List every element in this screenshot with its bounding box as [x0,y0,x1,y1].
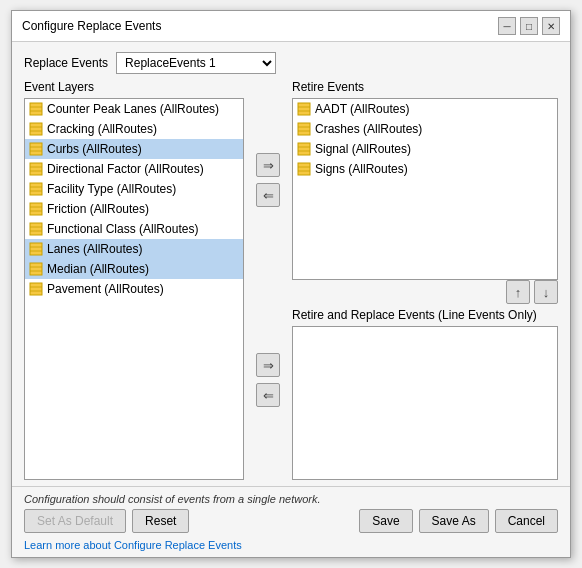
svg-rect-27 [30,283,42,295]
set-as-default-button[interactable]: Set As Default [24,509,126,533]
lower-middle-controls: ⇒ ⇐ [252,280,284,480]
svg-rect-3 [30,123,42,135]
retire-item-label: Signal (AllRoutes) [315,142,411,156]
layer-item-label: Counter Peak Lanes (AllRoutes) [47,102,219,116]
move-right-bottom-button[interactable]: ⇒ [256,353,280,377]
retire-event-item[interactable]: Signal (AllRoutes) [293,139,557,159]
retire-replace-header: ↑ ↓ [292,280,558,304]
layer-icon [29,102,43,116]
layer-icon [29,182,43,196]
move-right-top-button[interactable]: ⇒ [256,153,280,177]
svg-rect-9 [30,163,42,175]
retire-item-label: Signs (AllRoutes) [315,162,408,176]
event-layer-item[interactable]: Median (AllRoutes) [25,259,243,279]
layer-icon [297,142,311,156]
layer-icon [297,102,311,116]
layer-icon [297,122,311,136]
dialog-title: Configure Replace Events [22,19,161,33]
retire-event-item[interactable]: AADT (AllRoutes) [293,99,557,119]
move-down-button[interactable]: ↓ [534,280,558,304]
layer-item-label: Friction (AllRoutes) [47,202,149,216]
move-left-bottom-button[interactable]: ⇐ [256,383,280,407]
layer-icon [29,242,43,256]
dialog-content: Replace Events ReplaceEvents 1 Event Lay… [12,42,570,486]
layer-item-label: Pavement (AllRoutes) [47,282,164,296]
event-layers-panel: Event Layers Counter Peak Lanes (AllRout… [24,80,244,480]
layer-icon [29,162,43,176]
svg-rect-33 [298,123,310,135]
svg-rect-21 [30,243,42,255]
event-layer-item[interactable]: Functional Class (AllRoutes) [25,219,243,239]
title-bar: Configure Replace Events ─ □ ✕ [12,11,570,42]
learn-more-link-container: Learn more about Configure Replace Event… [24,539,558,551]
layer-icon [29,142,43,156]
minimize-button[interactable]: ─ [498,17,516,35]
event-layer-item[interactable]: Counter Peak Lanes (AllRoutes) [25,99,243,119]
retire-replace-panel: ↑ ↓ Retire and Replace Events (Line Even… [292,280,558,480]
up-down-buttons: ↑ ↓ [506,280,558,304]
event-layer-item[interactable]: Lanes (AllRoutes) [25,239,243,259]
retire-events-listbox[interactable]: AADT (AllRoutes) Crashes (AllRoutes) Sig… [292,98,558,280]
right-buttons: Save Save As Cancel [359,509,558,533]
layer-icon [29,262,43,276]
bottom-bar: Configuration should consist of events f… [12,486,570,557]
layer-item-label: Median (AllRoutes) [47,262,149,276]
svg-rect-6 [30,143,42,155]
replace-events-label: Replace Events [24,56,108,70]
left-buttons: Set As Default Reset [24,509,189,533]
retire-event-item[interactable]: Signs (AllRoutes) [293,159,557,179]
event-layer-item[interactable]: Directional Factor (AllRoutes) [25,159,243,179]
right-panels-wrapper: Retire Events AADT (AllRoutes) Crashes (… [292,80,558,480]
maximize-button[interactable]: □ [520,17,538,35]
layer-icon [29,282,43,296]
event-layer-item[interactable]: Cracking (AllRoutes) [25,119,243,139]
retire-replace-listbox[interactable] [292,326,558,480]
svg-rect-30 [298,103,310,115]
layer-icon [297,162,311,176]
layer-icon [29,202,43,216]
svg-rect-0 [30,103,42,115]
event-layers-label: Event Layers [24,80,244,94]
move-left-top-button[interactable]: ⇐ [256,183,280,207]
reset-button[interactable]: Reset [132,509,189,533]
event-layer-item[interactable]: Curbs (AllRoutes) [25,139,243,159]
svg-rect-15 [30,203,42,215]
window-controls: ─ □ ✕ [498,17,560,35]
retire-event-item[interactable]: Crashes (AllRoutes) [293,119,557,139]
svg-rect-24 [30,263,42,275]
save-as-button[interactable]: Save As [419,509,489,533]
layer-item-label: Facility Type (AllRoutes) [47,182,176,196]
status-message: Configuration should consist of events f… [24,493,558,505]
replace-events-row: Replace Events ReplaceEvents 1 [24,52,558,74]
event-layers-listbox[interactable]: Counter Peak Lanes (AllRoutes) Cracking … [24,98,244,480]
svg-rect-39 [298,163,310,175]
layer-item-label: Lanes (AllRoutes) [47,242,142,256]
event-layer-item[interactable]: Pavement (AllRoutes) [25,279,243,299]
layer-icon [29,222,43,236]
retire-item-label: AADT (AllRoutes) [315,102,409,116]
learn-more-link[interactable]: Learn more about Configure Replace Event… [24,539,242,551]
retire-events-panel: Retire Events AADT (AllRoutes) Crashes (… [292,80,558,280]
svg-rect-12 [30,183,42,195]
retire-events-label: Retire Events [292,80,558,94]
svg-rect-36 [298,143,310,155]
layer-item-label: Functional Class (AllRoutes) [47,222,198,236]
svg-rect-18 [30,223,42,235]
retire-item-label: Crashes (AllRoutes) [315,122,422,136]
event-layer-item[interactable]: Facility Type (AllRoutes) [25,179,243,199]
move-up-button[interactable]: ↑ [506,280,530,304]
retire-replace-label: Retire and Replace Events (Line Events O… [292,308,558,322]
replace-events-select[interactable]: ReplaceEvents 1 [116,52,276,74]
upper-middle-controls: ⇒ ⇐ [252,80,284,280]
layer-icon [29,122,43,136]
middle-controls: ⇒ ⇐ ⇒ ⇐ [252,80,284,480]
cancel-button[interactable]: Cancel [495,509,558,533]
layer-item-label: Curbs (AllRoutes) [47,142,142,156]
close-button[interactable]: ✕ [542,17,560,35]
save-button[interactable]: Save [359,509,412,533]
layer-item-label: Cracking (AllRoutes) [47,122,157,136]
layer-item-label: Directional Factor (AllRoutes) [47,162,204,176]
panels-row: Event Layers Counter Peak Lanes (AllRout… [24,80,558,480]
event-layer-item[interactable]: Friction (AllRoutes) [25,199,243,219]
configure-replace-events-dialog: Configure Replace Events ─ □ ✕ Replace E… [11,10,571,558]
